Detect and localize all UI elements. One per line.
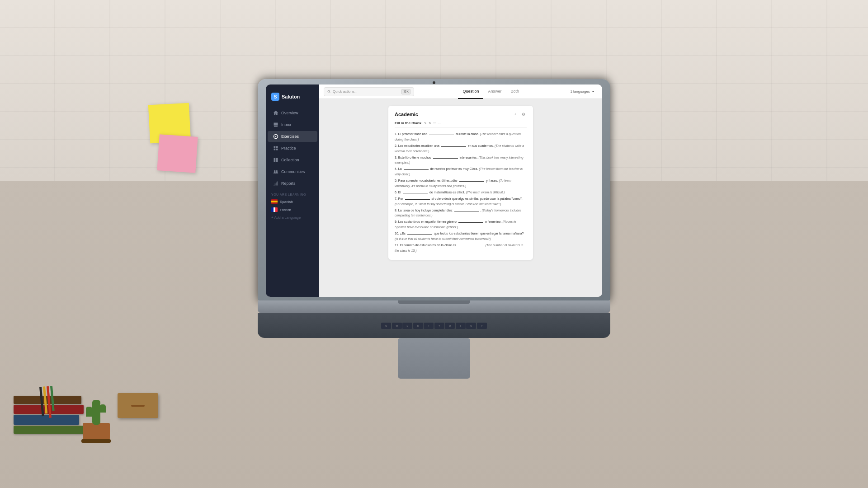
key-t[interactable]: T	[424, 323, 434, 329]
nav-label-collection: Collection	[281, 158, 299, 162]
key-e[interactable]: E	[402, 323, 412, 329]
exercise-item-11: 11. El número de estudiantes en la clase…	[395, 243, 527, 253]
wooden-box-decoration	[118, 393, 158, 418]
nav-label-overview: Overview	[281, 111, 298, 115]
tab-both[interactable]: Both	[506, 84, 524, 99]
sidebar-item-communities[interactable]: Communities	[268, 166, 317, 177]
exercise-list: 1. El profesor hace una durante la clase…	[395, 131, 527, 253]
laptop-base	[258, 300, 610, 313]
laptop-keyboard: QWERTYUIOP	[258, 313, 610, 338]
sidebar-item-collection[interactable]: Collection	[268, 155, 317, 165]
search-placeholder: Quick actions...	[333, 89, 400, 94]
add-button[interactable]: +	[512, 111, 519, 117]
exercise-item-8: 8. La tarea de hoy incluye completar die…	[395, 208, 527, 219]
book-4	[14, 426, 86, 434]
key-p[interactable]: P	[477, 323, 487, 329]
sidebar-item-exercises[interactable]: Exercises	[268, 131, 317, 142]
exercise-item-9: 9. Los sustantivos en español tienen gén…	[395, 219, 527, 230]
refresh-icon[interactable]: ↻	[429, 122, 431, 125]
laptop-lid: S Saluton Overview Inbox	[258, 79, 610, 300]
exercise-item-4: 4. La de nuestro profesor es muy Clara. …	[395, 166, 527, 177]
sidebar-item-overview[interactable]: Overview	[268, 108, 317, 118]
key-r[interactable]: R	[413, 323, 423, 329]
svg-rect-4	[276, 149, 278, 150]
home-icon	[273, 110, 278, 116]
svg-rect-1	[274, 146, 276, 148]
key-u[interactable]: U	[445, 323, 455, 329]
spanish-flag	[271, 199, 278, 204]
nav-label-practice: Practice	[281, 146, 296, 150]
laptop-trackpad-area	[258, 338, 610, 379]
box-handle	[131, 405, 145, 407]
exercise-item-3: 3. Este libro tiene muchos interesantes.…	[395, 155, 527, 166]
toolbar-tabs: Question Answer Both	[458, 84, 524, 99]
blank-9	[458, 222, 483, 223]
practice-icon	[273, 145, 278, 151]
languages-count: 1 languages	[570, 89, 590, 94]
screen-bezel: S Saluton Overview Inbox	[266, 84, 602, 297]
language-item-french[interactable]: French	[266, 206, 319, 214]
cactus-arm-right	[100, 404, 106, 413]
svg-point-5	[274, 170, 276, 172]
tab-question[interactable]: Question	[458, 84, 483, 99]
trackpad[interactable]	[398, 338, 470, 379]
blank-3	[433, 158, 458, 159]
nav-label-exercises: Exercises	[281, 134, 299, 139]
screen-content: S Saluton Overview Inbox	[266, 84, 602, 297]
exercise-item-10: 10. ¿Es que todos los estudiantes tienen…	[395, 231, 527, 242]
exercises-icon	[273, 134, 278, 139]
key-y[interactable]: Y	[434, 323, 444, 329]
reports-icon	[273, 181, 278, 186]
svg-point-7	[328, 90, 330, 92]
languages-button[interactable]: 1 languages	[567, 88, 598, 95]
laptop: S Saluton Overview Inbox	[258, 79, 610, 379]
key-o[interactable]: O	[466, 323, 476, 329]
sticky-notes-decoration	[145, 104, 199, 158]
exercise-type-header: Fill in the Blank ✎ ↻ ♡ ⋯	[395, 121, 527, 128]
chevron-down-icon	[591, 90, 595, 94]
blank-4	[404, 169, 429, 170]
inbox-icon	[273, 122, 278, 127]
card-header: Academic + ⚙	[395, 111, 527, 117]
collection-icon	[273, 157, 278, 163]
app-logo-icon: S	[271, 93, 279, 101]
nav-label-reports: Reports	[281, 181, 296, 186]
settings-button[interactable]: ⚙	[520, 111, 527, 117]
key-w[interactable]: W	[392, 323, 402, 329]
language-label-spanish: Spanish	[280, 200, 293, 204]
blank-7	[405, 199, 430, 200]
card-actions: + ⚙	[512, 111, 527, 117]
svg-point-6	[276, 170, 278, 172]
content-area[interactable]: Academic + ⚙ Fill in the Blank ✎	[319, 99, 602, 297]
heart-icon[interactable]: ♡	[433, 122, 436, 125]
key-i[interactable]: I	[456, 323, 466, 329]
edit-icon[interactable]: ✎	[424, 122, 427, 125]
blank-8	[454, 211, 479, 211]
cactus-pot	[83, 423, 110, 441]
svg-rect-3	[274, 149, 276, 150]
key-q[interactable]: Q	[381, 323, 391, 329]
blank-1	[429, 135, 454, 135]
sidebar-item-reports[interactable]: Reports	[268, 178, 317, 189]
language-label-french: French	[280, 208, 291, 212]
sidebar-item-inbox[interactable]: Inbox	[268, 119, 317, 130]
keyboard-shortcut: ⌘K	[401, 89, 410, 94]
sidebar-item-practice[interactable]: Practice	[268, 143, 317, 154]
svg-rect-2	[276, 146, 278, 148]
menu-icon[interactable]: ⋯	[438, 122, 441, 125]
sidebar: S Saluton Overview Inbox	[266, 84, 319, 297]
card-title: Academic	[395, 112, 418, 117]
logo-area: S Saluton	[266, 90, 319, 107]
pencils-decoration	[39, 386, 55, 418]
tab-answer[interactable]: Answer	[483, 84, 506, 99]
cactus-decoration	[81, 423, 111, 443]
exercise-item-7: 7. Por si quiero decir que algo es simil…	[395, 196, 527, 207]
sticky-note-pink	[157, 134, 198, 173]
add-language-button[interactable]: + Add a Language	[266, 214, 319, 221]
search-area[interactable]: Quick actions... ⌘K	[324, 87, 414, 96]
exercise-item-1: 1. El profesor hace una durante la clase…	[395, 131, 527, 142]
language-item-spanish[interactable]: Spanish	[266, 197, 319, 206]
cactus-arm-left	[86, 407, 92, 417]
exercise-item-2: 2. Los estudiantes escriben una en sus c…	[395, 143, 527, 154]
blank-6	[403, 193, 428, 193]
